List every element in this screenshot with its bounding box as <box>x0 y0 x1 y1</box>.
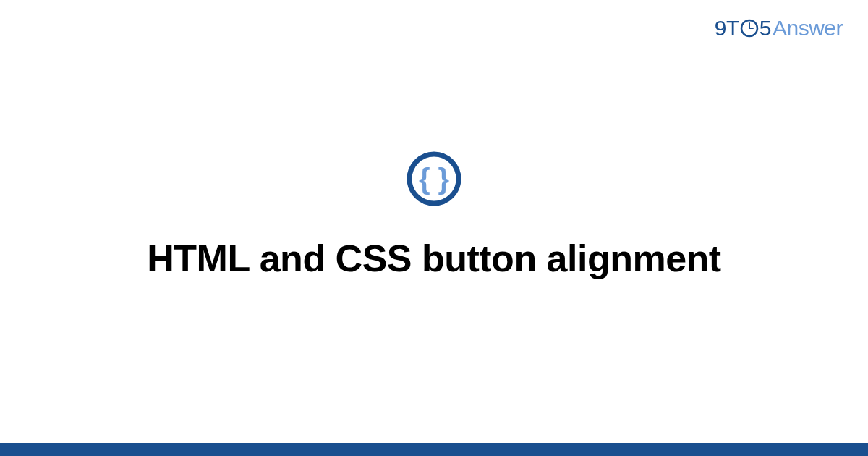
logo-text-answer: Answer <box>773 16 843 41</box>
logo-text-9t: 9T <box>715 16 739 41</box>
braces-icon: { } <box>405 150 463 208</box>
footer-bar <box>0 443 868 456</box>
svg-text:{ }: { } <box>419 163 449 195</box>
logo-text-5: 5 <box>760 16 771 41</box>
main-content: { } HTML and CSS button alignment <box>0 150 868 280</box>
clock-icon <box>740 19 759 38</box>
page-title: HTML and CSS button alignment <box>0 237 868 280</box>
site-logo: 9T 5 Answer <box>715 16 843 41</box>
